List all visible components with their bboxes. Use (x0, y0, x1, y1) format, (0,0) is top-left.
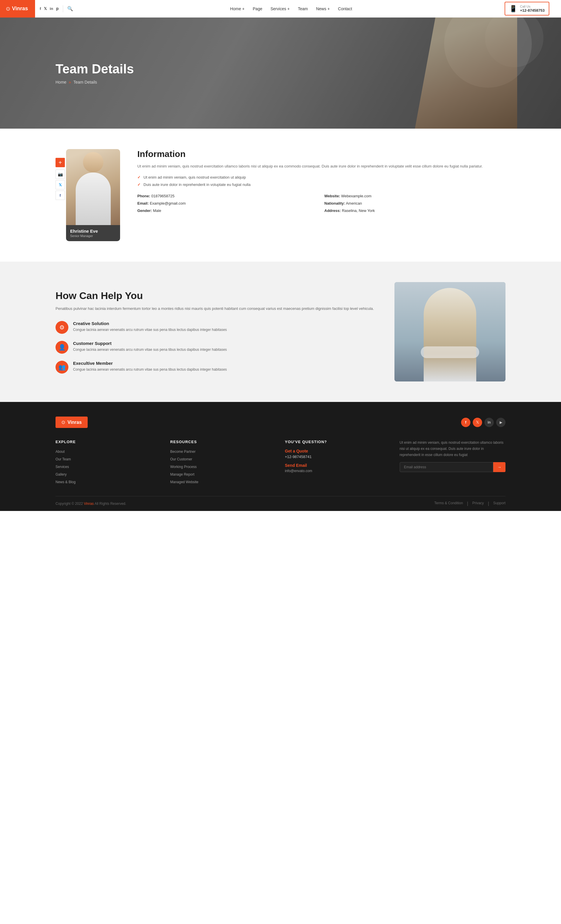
call-us-box: 📱 Call Us +12-87458753 (505, 2, 549, 15)
footer-resources-col: RESOURCES Become Partner Our Customer Wo… (171, 440, 277, 484)
breadcrumb-current: Team Details (73, 80, 97, 84)
footer-explore-ourteam: Our Team (55, 456, 162, 462)
card-twitter-button[interactable]: 𝕏 (55, 180, 65, 189)
detail-phone: Phone: 01879658725 (137, 194, 319, 198)
footer-explore-services: Services (55, 464, 162, 469)
footer-res-working: Working Process (171, 464, 277, 469)
social-facebook[interactable]: f (40, 6, 41, 11)
person-name: Ehristine Eve (70, 229, 116, 234)
help-item-creative: ⚙ Creative Solution Congue lacinia aenea… (55, 321, 377, 334)
help-image (395, 282, 506, 381)
footer-subscribe-text: Ut enim ad minim veniam, quis nostrud ex… (400, 440, 506, 458)
help-section: How Can Help You Penatibus pulvinar hac … (0, 262, 561, 402)
check-list: ✓ Ut enim ad minim veniam, quis nostrud … (137, 175, 506, 187)
person-card: + 📷 𝕏 f Ehristine Eve Senior Manager (55, 149, 120, 241)
nav-news[interactable]: News + (316, 6, 330, 11)
help-content: How Can Help You Penatibus pulvinar hac … (55, 290, 377, 374)
copyright: Copyright © 2022 Vinras All Rights Reser… (55, 502, 126, 506)
footer-res-customer: Our Customer (171, 456, 277, 462)
creative-icon: ⚙ (55, 321, 68, 334)
footer-youtube-btn[interactable]: ▶ (496, 418, 506, 427)
card-instagram-button[interactable]: 📷 (55, 170, 65, 179)
breadcrumb: Home » Team Details (55, 80, 134, 84)
phone-icon: 📱 (509, 5, 517, 13)
social-linkedin[interactable]: in (50, 6, 53, 11)
footer-privacy-link[interactable]: Privacy (472, 501, 483, 506)
breadcrumb-home[interactable]: Home (55, 80, 66, 84)
send-email-link[interactable]: Send Email (285, 463, 391, 468)
footer-logo-icon: ⊙ (61, 420, 65, 425)
detail-website: Website: Webexample.com (324, 194, 506, 198)
creative-title: Creative Solution (73, 321, 227, 326)
detail-nationality: Nationality: American (324, 201, 506, 206)
nav-team[interactable]: Team (298, 6, 308, 11)
detail-email: Email: Example@gmail.com (137, 201, 319, 206)
executive-desc: Congue lacinia aenean venenatis arcu rut… (73, 367, 227, 372)
card-facebook-button[interactable]: f (55, 190, 65, 200)
footer-subscribe-col: Ut enim ad minim veniam, quis nostrud ex… (400, 440, 506, 484)
help-item-executive: 👥 Execultive Member Congue lacinia aenea… (55, 361, 377, 374)
footer-explore-col: EXPLORE About Our Team Services Gallery … (55, 440, 162, 484)
footer-explore-gallery: Gallery (55, 471, 162, 477)
footer-bottom-links: Terms & Condition | Privacy | Support (434, 501, 506, 506)
details-grid: Phone: 01879658725 Website: Webexample.c… (137, 194, 506, 213)
header: ⊙ Vinras f 𝕏 in 𝕡 🔍 Home + Page Services… (0, 0, 561, 18)
footer-resources-heading: RESOURCES (171, 440, 277, 444)
hero-section: Team Details Home » Team Details (0, 18, 561, 129)
nav-page[interactable]: Page (253, 6, 262, 11)
check-item-1: ✓ Ut enim ad minim veniam, quis nostrud … (137, 175, 506, 180)
help-description: Penatibus pulvinar hac lacinia interdum … (55, 306, 377, 312)
facebook-icon: f (60, 193, 61, 198)
logo-icon: ⊙ (6, 6, 10, 12)
footer-explore-heading: EXPLORE (55, 440, 162, 444)
footer-terms-link[interactable]: Terms & Condition (434, 501, 463, 506)
footer-columns: EXPLORE About Our Team Services Gallery … (55, 440, 506, 484)
hero-content: Team Details Home » Team Details (0, 62, 134, 84)
footer-facebook-btn[interactable]: f (461, 418, 470, 427)
footer-res-partner: Become Partner (171, 449, 277, 454)
detail-gender: Gender: Male (137, 208, 319, 213)
social-pinterest[interactable]: 𝕡 (56, 6, 59, 11)
support-icon: 👤 (55, 341, 68, 354)
info-description: Ut enim ad minim veniam, quis nostrud ex… (137, 163, 506, 170)
nav-contact[interactable]: Contact (338, 6, 352, 11)
logo[interactable]: ⊙ Vinras (0, 0, 35, 18)
footer-phone: +12-987458741 (285, 454, 391, 459)
footer-res-website: Managed Website (171, 479, 277, 484)
person-photo (66, 149, 120, 225)
footer-email: info@envato.com (285, 469, 391, 473)
nav-home[interactable]: Home + (230, 6, 245, 11)
nav-services[interactable]: Services + (271, 6, 290, 11)
executive-icon: 👥 (55, 361, 68, 374)
info-heading: Information (137, 149, 506, 159)
twitter-icon: 𝕏 (59, 183, 62, 187)
breadcrumb-separator: » (69, 80, 71, 84)
footer-logo-text: Vinras (67, 420, 82, 425)
person-job-title: Senior Manager (70, 234, 116, 238)
search-icon[interactable]: 🔍 (67, 6, 73, 11)
help-heading: How Can Help You (55, 290, 377, 302)
footer-support-link[interactable]: Support (493, 501, 506, 506)
footer-linkedin-btn[interactable]: in (485, 418, 494, 427)
footer-top: ⊙ Vinras f 𝕏 in ▶ (55, 417, 506, 428)
footer: ⊙ Vinras f 𝕏 in ▶ EXPLORE About Our Team… (0, 402, 561, 511)
help-item-support: 👤 Customer Support Congue lacinia aenean… (55, 341, 377, 354)
footer-explore-newsblog: News & Blog (55, 479, 162, 484)
call-us-label: Call Us (520, 4, 545, 8)
footer-explore-about: About (55, 449, 162, 454)
support-title: Customer Support (73, 341, 227, 346)
social-twitter[interactable]: 𝕏 (44, 6, 47, 11)
logo-text: Vinras (12, 6, 28, 12)
email-form: → (400, 462, 506, 472)
footer-twitter-btn[interactable]: 𝕏 (473, 418, 482, 427)
footer-res-report: Manage Report (171, 471, 277, 477)
creative-desc: Congue lacinia aenean venenatis arcu rut… (73, 327, 227, 333)
person-card-info: Ehristine Eve Senior Manager (66, 225, 120, 241)
email-input[interactable] (400, 462, 494, 472)
card-plus-button[interactable]: + (55, 158, 65, 167)
get-quote-link[interactable]: Get a Quote (285, 449, 391, 453)
info-details: Information Ut enim ad minim veniam, qui… (137, 149, 506, 213)
footer-question-col: YOU'VE QUESTION? Get a Quote +12-9874587… (285, 440, 391, 484)
footer-logo[interactable]: ⊙ Vinras (55, 417, 88, 428)
email-submit-button[interactable]: → (493, 462, 506, 472)
